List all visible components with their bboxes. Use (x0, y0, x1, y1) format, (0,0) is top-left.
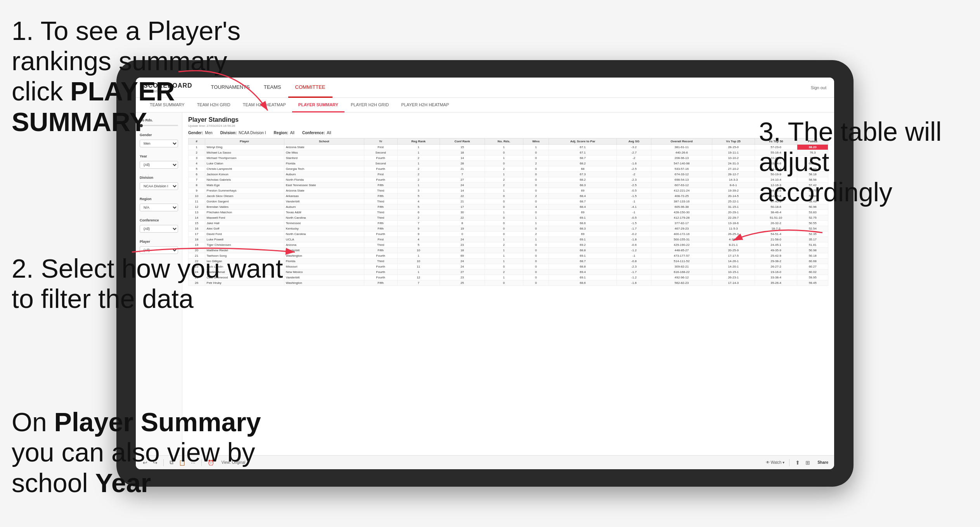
cell-school: Tennessee (284, 221, 364, 226)
cell-school: Kentucky (284, 226, 364, 232)
cell-conf-rank: 22 (440, 215, 485, 221)
cell-yr: Third (364, 259, 397, 264)
watch-label[interactable]: 👁 Watch ▾ (766, 460, 785, 465)
cell-record: 309-82-21 (651, 264, 712, 270)
cell-record: 448-85-27 (651, 248, 712, 253)
step1-prefix: 1. (12, 16, 40, 45)
cell-conf-rank: 0 (440, 232, 485, 237)
cell-yr: Third (364, 199, 397, 204)
cell-yr: Fourth (364, 232, 397, 237)
cell-yr: First (364, 237, 397, 242)
cell-vt50: 54-51-4 (755, 232, 797, 237)
cell-reg-rank: 4 (397, 199, 440, 204)
sign-out-link[interactable]: Sign out (811, 85, 826, 90)
cell-adj: 69.1 (549, 253, 617, 259)
cell-record: 674-33-12 (651, 172, 712, 177)
cell-vt50: 25-42-9 (755, 253, 797, 259)
cell-school: Washington (284, 280, 364, 286)
cell-wins: 0 (523, 210, 549, 215)
instruction-bottom: On Player Summary you can also view by s… (0, 399, 295, 506)
cell-rds: 0 (485, 280, 523, 286)
cell-reg-rank: 2 (397, 177, 440, 183)
cell-school: Arizona State (284, 145, 364, 150)
cell-school: Missouri (284, 264, 364, 270)
cell-school: Auburn (284, 204, 364, 210)
cell-adj: 69.1 (549, 237, 617, 242)
cell-sg: -2 (616, 172, 651, 177)
grid-button[interactable]: ⊞ (804, 460, 811, 466)
instruction-panel-left: 1. To see a Player's rankings summary cl… (0, 8, 295, 506)
year-bold: Year (95, 468, 151, 498)
cell-wins: 0 (523, 248, 549, 253)
cell-adj: 68.3 (549, 226, 617, 232)
cell-school: North Carolina (284, 215, 364, 221)
cell-reg-rank: 1 (397, 150, 440, 156)
cell-adj: 68.8 (549, 264, 617, 270)
cell-sg: -0.6 (616, 242, 651, 248)
cell-school: Washington (284, 253, 364, 259)
cell-sg: -1.5 (616, 221, 651, 226)
cell-yr: Third (364, 215, 397, 221)
instruction-1: 1. To see a Player's rankings summary cl… (0, 8, 295, 145)
cell-reg-rank: 1 (397, 270, 440, 275)
cell-yr: Fourth (364, 166, 397, 172)
cell-conf-rank: 8 (440, 221, 485, 226)
cell-adj: 68.2 (549, 161, 617, 166)
cell-adj: 68.7 (549, 156, 617, 161)
cell-conf-rank: 18 (440, 248, 485, 253)
cell-yr: Fourth (364, 275, 397, 280)
cell-yr: Fifth (364, 248, 397, 253)
cell-conf-rank: 22 (440, 194, 485, 199)
cell-sg: -1.7 (616, 226, 651, 232)
cell-school: Auburn (284, 172, 364, 177)
cell-adj: 69 (549, 232, 617, 237)
cell-rds: 1 (485, 156, 523, 161)
cell-reg-rank: 10 (397, 248, 440, 253)
cell-record: 607-63-12 (651, 183, 712, 188)
cell-reg-rank: 2 (397, 156, 440, 161)
cell-reg-rank: 11 (397, 264, 440, 270)
share-button[interactable]: Share (817, 460, 828, 465)
cell-conf-rank: 24 (440, 183, 485, 188)
cell-record: 500-155-31 (651, 237, 712, 242)
subnav-player-h2h-grid[interactable]: PLAYER H2H GRID (345, 98, 395, 112)
cell-wins: 0 (523, 226, 549, 232)
cell-adj: 68.4 (549, 194, 617, 199)
cell-record: 467-29-23 (651, 226, 712, 232)
cell-reg-rank: 5 (397, 194, 440, 199)
cell-record: 412-179-28 (651, 215, 712, 221)
cell-points: 50.18 (797, 253, 828, 259)
cell-rds: 0 (485, 264, 523, 270)
subnav-player-h2h-heatmap[interactable]: PLAYER H2H HEATMAP (395, 98, 455, 112)
cell-wins: 0 (523, 172, 549, 177)
cell-vt50: 35-26-4 (755, 280, 797, 286)
cell-wins: 1 (523, 145, 549, 150)
col-adj: Adj. Score to Par (549, 138, 617, 145)
cell-conf-rank: 21 (440, 166, 485, 172)
header-right: Sign out (811, 85, 826, 90)
cell-rds: 0 (485, 226, 523, 232)
cell-sg: -2.5 (616, 166, 651, 172)
cell-conf-rank: 24 (440, 237, 485, 242)
cell-vt25: 13-18-6 (712, 221, 755, 226)
cell-vt25: 11-5-3 (712, 226, 755, 232)
cell-yr: Fifth (364, 183, 397, 188)
cell-rds: 0 (485, 161, 523, 166)
cell-points: 59.95 (797, 275, 828, 280)
subnav-player-summary[interactable]: PLAYER SUMMARY (292, 98, 345, 112)
cell-vt50: 21-58-0 (755, 237, 797, 242)
cell-adj: 68.2 (549, 177, 617, 183)
cell-conf-rank: 24 (440, 264, 485, 270)
cell-rds: 1 (485, 210, 523, 215)
cell-yr: Fifth (364, 194, 397, 199)
cell-reg-rank: 1 (397, 183, 440, 188)
cell-points: 35.17 (797, 237, 828, 242)
cell-vt25: 20-25-9 (712, 248, 755, 253)
cell-conf-rank: 69 (440, 253, 485, 259)
cell-vt25: 26-25-3 (712, 232, 755, 237)
cell-conf-rank: 14 (440, 156, 485, 161)
export-button[interactable]: ⬆ (794, 460, 801, 466)
cell-reg-rank: 3 (397, 188, 440, 194)
cell-school: Texas A&M (284, 210, 364, 215)
cell-wins: 0 (523, 188, 549, 194)
